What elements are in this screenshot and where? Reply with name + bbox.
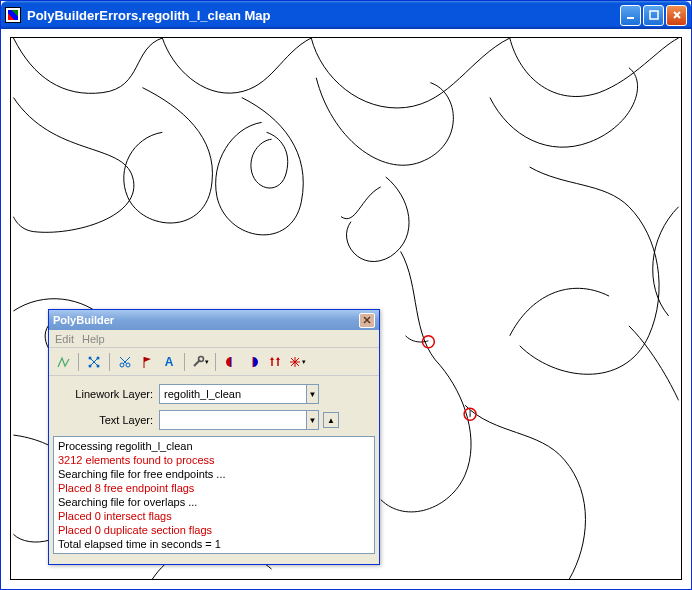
node-tool-button[interactable] — [84, 352, 104, 372]
linework-combo[interactable]: ▼ — [159, 384, 319, 404]
nodes-icon — [87, 355, 101, 369]
svg-marker-24 — [276, 357, 280, 360]
log-output[interactable]: Processing regolith_l_clean 3212 element… — [53, 436, 375, 554]
maximize-button[interactable] — [643, 5, 664, 26]
arrows-icon — [268, 355, 282, 369]
main-window: PolyBuilderErrors,regolith_l_clean Map — [0, 0, 692, 590]
zigzag-icon — [56, 355, 70, 369]
settings-tool-button[interactable]: ▾ — [190, 352, 210, 372]
svg-point-18 — [199, 356, 204, 361]
half-left-icon — [224, 355, 238, 369]
log-line: Searching file for free endpoints ... — [58, 467, 370, 481]
menu-edit[interactable]: Edit — [55, 333, 74, 345]
combo-dropdown-button[interactable]: ▼ — [306, 411, 318, 429]
chevron-up-icon: ▲ — [327, 416, 335, 425]
text-tool-button[interactable]: A — [159, 352, 179, 372]
letter-a-icon: A — [165, 355, 174, 369]
text-layer-input[interactable] — [160, 411, 306, 429]
svg-rect-1 — [650, 11, 658, 19]
svg-rect-0 — [627, 17, 634, 19]
polybuilder-dialog[interactable]: PolyBuilder Edit Help A ▾ — [48, 309, 380, 565]
close-icon — [363, 316, 371, 324]
log-line: Processing regolith_l_clean — [58, 439, 370, 453]
log-line: Searching file for overlaps ... — [58, 495, 370, 509]
burst-icon — [288, 355, 302, 369]
dropdown-arrow-icon: ▾ — [302, 358, 306, 366]
minimize-button[interactable] — [620, 5, 641, 26]
dialog-menu: Edit Help — [49, 330, 379, 348]
linework-label: Linework Layer: — [59, 388, 159, 400]
dialog-toolbar: A ▾ ▾ — [49, 348, 379, 376]
range-tool-button[interactable] — [265, 352, 285, 372]
dialog-title: PolyBuilder — [53, 314, 114, 326]
main-titlebar[interactable]: PolyBuilderErrors,regolith_l_clean Map — [1, 1, 691, 29]
menu-help[interactable]: Help — [82, 333, 105, 345]
linework-input[interactable] — [160, 385, 306, 403]
log-line: Placed 8 free endpoint flags — [58, 481, 370, 495]
combo-dropdown-button[interactable]: ▼ — [306, 385, 318, 403]
text-layer-label: Text Layer: — [59, 414, 159, 426]
fields-panel: Linework Layer: ▼ Text Layer: ▼ ▲ — [49, 376, 379, 436]
flag-icon — [140, 355, 154, 369]
wrench-icon — [191, 355, 205, 369]
dialog-titlebar[interactable]: PolyBuilder — [49, 310, 379, 330]
dropdown-arrow-icon: ▾ — [205, 358, 209, 366]
chevron-down-icon: ▼ — [309, 390, 317, 399]
line-tool-button[interactable] — [53, 352, 73, 372]
text-layer-combo[interactable]: ▼ — [159, 410, 319, 430]
main-title: PolyBuilderErrors,regolith_l_clean Map — [27, 8, 270, 23]
log-line: Placed 0 duplicate section flags — [58, 523, 370, 537]
log-line: 3212 elements found to process — [58, 453, 370, 467]
prev-tool-button[interactable] — [221, 352, 241, 372]
half-right-icon — [246, 355, 260, 369]
log-line: Total elapsed time in seconds = 1 — [58, 537, 370, 551]
main-content: PolyBuilder Edit Help A ▾ — [4, 31, 688, 586]
dialog-close-button[interactable] — [359, 313, 375, 328]
close-button[interactable] — [666, 5, 687, 26]
svg-marker-23 — [270, 357, 274, 360]
next-tool-button[interactable] — [243, 352, 263, 372]
chevron-down-icon: ▼ — [309, 416, 317, 425]
scroll-up-button[interactable]: ▲ — [323, 412, 339, 428]
log-line: Placed 0 intersect flags — [58, 509, 370, 523]
app-icon — [5, 7, 21, 23]
scissors-icon — [118, 355, 132, 369]
flag-tool-button[interactable] — [137, 352, 157, 372]
scissors-tool-button[interactable] — [115, 352, 135, 372]
delete-tool-button[interactable]: ▾ — [287, 352, 307, 372]
